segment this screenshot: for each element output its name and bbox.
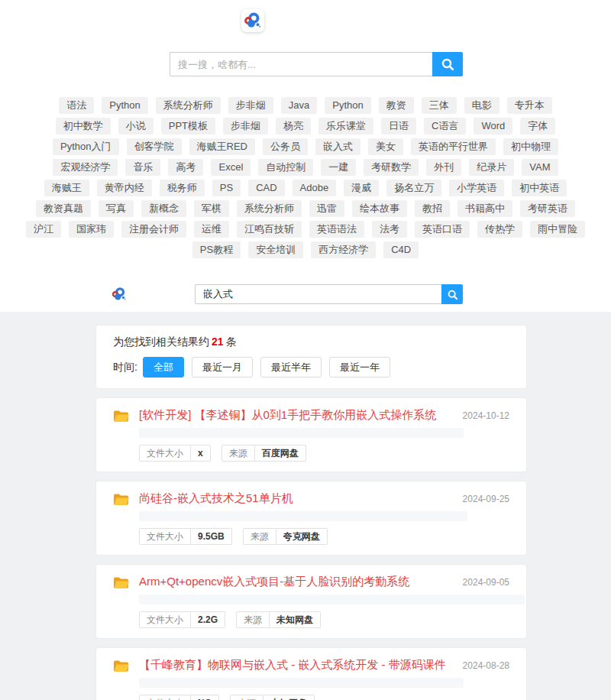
hot-tag[interactable]: 初中数学 xyxy=(56,118,111,134)
time-filter-options: 全部最近一月最近半年最近一年 xyxy=(143,357,398,378)
cloud-disk-logo-icon xyxy=(243,11,263,31)
hot-tag[interactable]: CAD xyxy=(248,180,284,196)
result-snippet-placeholder xyxy=(139,595,525,604)
hot-tag[interactable]: 黄帝内经 xyxy=(97,180,152,196)
hot-tag[interactable]: 海贼王RED xyxy=(189,138,255,155)
hot-tag[interactable]: Java xyxy=(281,97,317,114)
source-tag: 来源 未知网盘 xyxy=(236,611,321,628)
results-search-input[interactable] xyxy=(195,284,441,304)
hot-tag[interactable]: 乐乐课堂 xyxy=(318,118,373,134)
top-search-input[interactable] xyxy=(170,52,432,76)
time-filter-option-1[interactable]: 最近一月 xyxy=(192,357,253,378)
hot-tag[interactable]: 沪江 xyxy=(26,221,61,238)
hot-tag[interactable]: Python入门 xyxy=(53,138,118,155)
hot-tag[interactable]: 自动控制 xyxy=(258,159,313,176)
hot-tag[interactable]: 考研英语 xyxy=(520,200,575,217)
site-logo[interactable] xyxy=(241,9,264,32)
results-search-button[interactable] xyxy=(441,284,463,304)
hot-tag[interactable]: 运维 xyxy=(194,221,229,238)
hot-tag[interactable]: 国家玮 xyxy=(69,221,114,238)
hot-tag[interactable]: 日语 xyxy=(381,118,416,134)
hot-tag[interactable]: 英语语法 xyxy=(309,221,364,238)
hot-tag[interactable]: Python xyxy=(102,97,147,114)
hot-tag[interactable]: C语言 xyxy=(424,118,466,134)
hot-tag[interactable]: 写真 xyxy=(99,200,134,217)
hot-tag[interactable]: Adobe xyxy=(293,180,337,196)
hot-tag[interactable]: 教资真题 xyxy=(36,200,91,217)
hot-tag[interactable]: 宏观经济学 xyxy=(53,159,118,176)
hot-tag[interactable]: 西方经济学 xyxy=(311,241,376,258)
result-title-link[interactable]: 尚硅谷-嵌入式技术之51单片机 xyxy=(139,491,454,506)
hot-tag[interactable]: Word xyxy=(474,118,512,134)
source-value: 百度网盘 xyxy=(255,445,306,462)
hot-tag[interactable]: 迅雷 xyxy=(309,200,344,217)
tag-row: 沪江国家玮注册会计师运维江鸣百技斩英语语法法考英语口语传热学雨中冒险 xyxy=(0,221,611,238)
hot-tag[interactable]: 步非烟 xyxy=(228,97,273,114)
hot-tag[interactable]: 海贼王 xyxy=(44,180,89,196)
hot-tag[interactable]: 公务员 xyxy=(263,138,308,155)
hot-tag[interactable]: 音乐 xyxy=(125,159,160,176)
hot-tag[interactable]: 创客学院 xyxy=(127,138,182,155)
hot-tag[interactable]: 教资 xyxy=(379,97,414,114)
hot-tag[interactable]: 税务师 xyxy=(160,180,205,196)
hot-tag[interactable]: 语法 xyxy=(59,97,94,114)
hot-tag[interactable]: 外刊 xyxy=(426,159,461,176)
result-title-link[interactable]: 【千峰教育】物联网与嵌入式 - 嵌入式系统开发 - 带源码课件 xyxy=(139,658,454,672)
hot-tag[interactable]: 专升本 xyxy=(507,97,552,114)
hot-tag[interactable]: PS xyxy=(212,180,241,196)
hot-tag[interactable]: 步非烟 xyxy=(223,118,268,134)
hot-tag[interactable]: 教招 xyxy=(415,200,450,217)
hot-tag[interactable]: 军棋 xyxy=(194,200,229,217)
hot-tag[interactable]: 小说 xyxy=(118,118,154,134)
hot-tag[interactable]: 新概念 xyxy=(141,200,186,217)
hot-tag[interactable]: 三体 xyxy=(422,97,457,114)
hot-tag[interactable]: PPT模板 xyxy=(161,118,215,134)
hot-tag[interactable]: 书籍高中 xyxy=(457,200,512,217)
hot-tag[interactable]: 雨中冒险 xyxy=(530,221,585,238)
hot-tag[interactable]: 漫威 xyxy=(344,180,379,196)
hot-tag[interactable]: 杨亮 xyxy=(276,118,311,134)
hot-tag[interactable]: 一建 xyxy=(321,159,356,176)
hot-tag[interactable]: 江鸣百技斩 xyxy=(237,221,302,238)
hot-tag[interactable]: 字体 xyxy=(520,118,555,134)
hot-tag[interactable]: 小学英语 xyxy=(449,180,504,196)
hot-tag[interactable]: 高考 xyxy=(168,159,203,176)
site-logo-small[interactable] xyxy=(111,286,128,303)
hot-tag[interactable]: 安全培训 xyxy=(248,241,303,258)
time-filter-option-2[interactable]: 最近半年 xyxy=(260,357,322,378)
hot-tag[interactable]: 英语的平行世界 xyxy=(411,138,496,155)
hot-tag[interactable]: 系统分析师 xyxy=(156,97,221,114)
hot-tag[interactable]: 初中物理 xyxy=(503,138,558,155)
result-title-link[interactable]: [软件开发] 【李述铜】从0到1手把手教你用嵌入式操作系统 xyxy=(139,408,454,423)
hot-tag[interactable]: 传热学 xyxy=(477,221,522,238)
hot-tag[interactable]: C4D xyxy=(383,241,419,258)
hot-tag[interactable]: 美女 xyxy=(368,138,403,155)
time-filter-option-0[interactable]: 全部 xyxy=(143,357,184,378)
hot-tag[interactable]: 扬名立万 xyxy=(386,180,441,196)
hot-tag[interactable]: VAM xyxy=(522,159,558,176)
hot-tag[interactable]: 注册会计师 xyxy=(121,221,186,238)
top-search-bar xyxy=(170,52,463,76)
source-value: 未知网盘 xyxy=(270,611,321,628)
hot-tag[interactable]: 系统分析师 xyxy=(237,200,302,217)
hot-tag[interactable]: PS教程 xyxy=(192,241,241,258)
hot-tag[interactable]: 绘本故事 xyxy=(352,200,407,217)
hot-tag[interactable]: 初中英语 xyxy=(512,180,567,196)
hot-tag[interactable]: 电影 xyxy=(464,97,499,114)
hot-tag[interactable]: 考研数学 xyxy=(364,159,419,176)
hot-tag[interactable]: 法考 xyxy=(372,221,407,238)
file-size-value: 2.2G xyxy=(191,611,225,628)
time-filter-option-3[interactable]: 最近一年 xyxy=(329,357,390,378)
hot-tag[interactable]: Python xyxy=(325,97,370,114)
result-title-link[interactable]: Arm+Qt+opencv嵌入式项目-基于人脸识别的考勤系统 xyxy=(139,575,454,589)
hot-tag[interactable]: Excel xyxy=(211,159,251,176)
hot-tag[interactable]: 英语口语 xyxy=(415,221,470,238)
result-card: [软件开发] 【李述铜】从0到1手把手教你用嵌入式操作系统 2024-10-12… xyxy=(95,397,527,472)
results-count-prefix: 为您找到相关结果约 xyxy=(113,335,209,348)
results-count: 21 xyxy=(212,335,224,348)
top-search-button[interactable] xyxy=(432,52,463,76)
folder-icon xyxy=(113,492,130,506)
hot-tag[interactable]: 嵌入式 xyxy=(315,138,360,155)
hot-tag[interactable]: 纪录片 xyxy=(469,159,514,176)
result-snippet-placeholder xyxy=(139,428,464,438)
